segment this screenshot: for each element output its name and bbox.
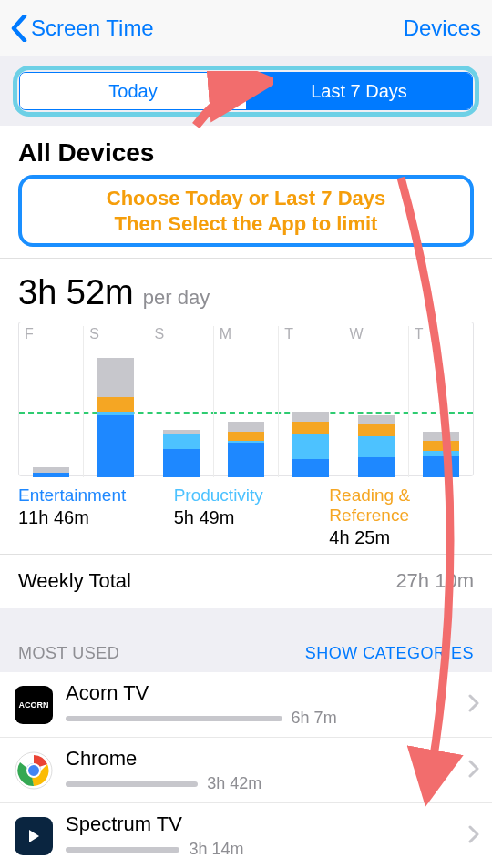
back-label: Screen Time <box>31 15 154 41</box>
most-used-label: MOST USED <box>18 644 119 663</box>
day-column: F <box>19 326 84 477</box>
chevron-left-icon <box>11 15 27 42</box>
chevron-right-icon <box>468 694 479 716</box>
acorn-icon: ACORN <box>15 686 53 724</box>
bar-segment <box>292 459 329 477</box>
app-body: Chrome3h 42m <box>66 747 468 793</box>
bar-segment <box>292 422 329 434</box>
category-name: Productivity <box>174 485 319 505</box>
usage-header: 3h 52m per day <box>0 259 492 318</box>
app-duration: 3h 42m <box>207 774 261 793</box>
segmented-control: Today Last 7 Days <box>19 72 473 110</box>
chevron-right-icon <box>468 760 479 781</box>
bar-segment <box>358 415 395 425</box>
segmented-wrap: Today Last 7 Days <box>0 56 492 126</box>
app-bar-row: 6h 7m <box>66 709 468 728</box>
category-entertainment: Entertainment 11h 46m <box>18 485 163 548</box>
bar-segment <box>163 449 200 477</box>
category-row: Entertainment 11h 46m Productivity 5h 49… <box>0 476 492 554</box>
section-gap <box>0 608 492 635</box>
devices-button[interactable]: Devices <box>404 15 481 41</box>
bar-segment <box>423 456 459 477</box>
all-devices-card: All Devices Choose Today or Last 7 Days … <box>0 126 492 608</box>
usage-bar <box>66 716 282 721</box>
day-column: M <box>214 326 279 477</box>
category-value: 5h 49m <box>174 507 319 528</box>
app-row-acorn[interactable]: ACORNAcorn TV6h 7m <box>0 672 492 738</box>
bar-segment <box>292 434 329 459</box>
tab-today[interactable]: Today <box>20 73 246 109</box>
day-label: T <box>284 326 343 342</box>
category-name: Entertainment <box>18 485 163 505</box>
day-column: S <box>84 326 149 477</box>
bar-segment <box>228 443 264 477</box>
day-label: W <box>349 326 407 342</box>
usage-chart: FSSMTWT <box>18 322 474 476</box>
bar-segment <box>358 436 395 457</box>
app-name: Chrome <box>66 747 468 771</box>
category-reading: Reading & Reference 4h 25m <box>329 485 474 548</box>
day-label: S <box>155 326 213 342</box>
callout-line1: Choose Today or Last 7 Days <box>27 186 465 211</box>
callout-line2: Then Select the App to limit <box>27 211 465 237</box>
day-label: S <box>89 326 148 342</box>
day-label: T <box>415 326 473 342</box>
bar-segment <box>423 432 459 442</box>
app-name: Acorn TV <box>66 681 468 705</box>
day-label: F <box>25 326 83 342</box>
stacked-bar <box>292 412 329 477</box>
day-column: S <box>149 326 214 477</box>
annotation-callout: Choose Today or Last 7 Days Then Select … <box>18 175 474 247</box>
category-productivity: Productivity 5h 49m <box>174 485 319 548</box>
category-value: 11h 46m <box>18 507 163 528</box>
bar-segment <box>228 422 264 432</box>
bar-segment <box>97 415 134 477</box>
bar-segment <box>33 473 69 477</box>
usage-bar <box>66 847 179 853</box>
bar-segment <box>228 432 264 442</box>
app-duration: 3h 14m <box>189 840 243 859</box>
most-used-header: MOST USED SHOW CATEGORIES <box>0 635 492 672</box>
app-body: Acorn TV6h 7m <box>66 681 468 728</box>
bar-segment <box>358 424 395 436</box>
bar-segment <box>163 434 200 449</box>
app-duration: 6h 7m <box>292 709 337 728</box>
bar-segment <box>97 397 134 412</box>
app-row-chrome[interactable]: Chrome3h 42m <box>0 738 492 803</box>
usage-bar <box>66 781 198 787</box>
section-title-all-devices: All Devices <box>0 126 492 175</box>
day-column: W <box>343 326 408 477</box>
chrome-icon <box>15 751 53 790</box>
app-bar-row: 3h 42m <box>66 774 468 793</box>
usage-time: 3h 52m <box>18 273 134 312</box>
bar-segment <box>423 441 459 451</box>
day-label: M <box>220 326 278 342</box>
category-value: 4h 25m <box>329 527 474 548</box>
chevron-right-icon <box>468 825 479 847</box>
tab-last-7-days[interactable]: Last 7 Days <box>246 73 472 109</box>
svg-point-2 <box>27 764 40 777</box>
spectrum-icon <box>15 817 53 855</box>
usage-per-day: per day <box>143 286 210 310</box>
bar-segment <box>358 457 395 477</box>
weekly-total-value: 27h 10m <box>395 569 474 593</box>
bar-segment <box>292 412 329 422</box>
weekly-total-row: Weekly Total 27h 10m <box>0 555 492 608</box>
stacked-bar <box>33 467 69 477</box>
category-name: Reading & Reference <box>329 485 474 526</box>
back-button[interactable]: Screen Time <box>11 15 154 42</box>
annotation-highlight-segmented: Today Last 7 Days <box>13 66 479 117</box>
stacked-bar <box>423 432 459 477</box>
stacked-bar <box>163 430 200 477</box>
day-column: T <box>279 326 343 477</box>
app-body: Spectrum TV3h 14m <box>66 812 468 859</box>
app-list: ACORNAcorn TV6h 7mChrome3h 42mSpectrum T… <box>0 672 492 868</box>
bar-segment <box>97 358 134 397</box>
app-name: Spectrum TV <box>66 812 468 836</box>
app-bar-row: 3h 14m <box>66 840 468 859</box>
app-row-spectrum[interactable]: Spectrum TV3h 14m <box>0 803 492 868</box>
show-categories-button[interactable]: SHOW CATEGORIES <box>305 644 474 663</box>
stacked-bar <box>228 422 264 477</box>
weekly-total-label: Weekly Total <box>18 569 131 593</box>
day-column: T <box>409 326 473 477</box>
